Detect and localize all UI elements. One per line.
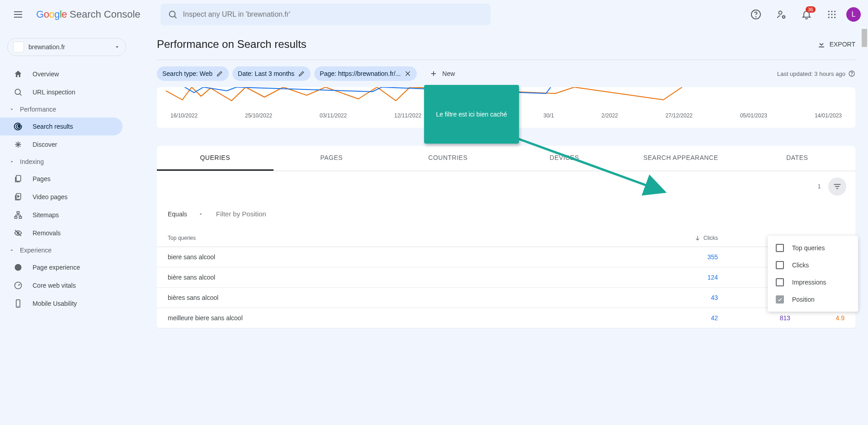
- add-filter-button[interactable]: New: [424, 70, 460, 78]
- table-row[interactable]: biere sans alcool 355: [157, 247, 855, 267]
- property-selector[interactable]: brewnation.fr: [7, 38, 126, 56]
- sidebar-item-overview[interactable]: Overview: [0, 65, 123, 83]
- apps-button[interactable]: [821, 4, 843, 25]
- sidebar-item-mobile-usability[interactable]: Mobile Usability: [0, 294, 123, 313]
- svg-point-13: [831, 14, 832, 15]
- help-button[interactable]: [745, 4, 767, 25]
- hamburger-menu-button[interactable]: [7, 4, 29, 25]
- cell-query: bière sans alcool: [168, 274, 646, 281]
- sidebar-item-label: Discover: [33, 141, 57, 148]
- chevron-down-icon: [198, 211, 203, 217]
- sidebar-item-label: Removals: [33, 229, 61, 237]
- page-title: Performance on Search results: [157, 38, 307, 51]
- popover-item-top-queries[interactable]: Top queries: [768, 239, 858, 257]
- popover-item-impressions[interactable]: Impressions: [768, 274, 858, 291]
- cell-impressions: 813: [718, 314, 790, 322]
- svg-point-7: [779, 11, 782, 14]
- google-g-icon: [14, 122, 23, 131]
- popover-item-clicks[interactable]: Clicks: [768, 257, 858, 274]
- chip-search-type[interactable]: Search type: Web: [157, 66, 229, 81]
- svg-point-31: [15, 264, 22, 271]
- sidebar-item-url-inspection[interactable]: URL inspection: [0, 83, 123, 101]
- checkbox-icon: [776, 261, 784, 269]
- product-logo[interactable]: Google Search Console: [36, 9, 141, 20]
- chevron-down-icon: [9, 107, 14, 112]
- sidebar-item-core-web-vitals[interactable]: Core web vitals: [0, 276, 123, 294]
- sidebar-item-discover[interactable]: Discover: [0, 135, 123, 154]
- svg-point-16: [831, 17, 832, 18]
- sidebar-item-search-results[interactable]: Search results: [0, 117, 123, 135]
- export-button[interactable]: EXPORT: [817, 40, 855, 49]
- table-row[interactable]: bière sans alcool 124 8,283 8.8: [157, 267, 855, 288]
- account-settings-button[interactable]: [770, 4, 792, 25]
- avatar[interactable]: L: [846, 7, 861, 22]
- vertical-scrollbar[interactable]: [862, 29, 868, 425]
- chip-label: Search type: Web: [162, 70, 212, 77]
- svg-point-10: [831, 11, 832, 12]
- svg-point-3: [169, 11, 175, 17]
- filter-operator-select[interactable]: Equals: [168, 210, 203, 218]
- header: Google Search Console 36 L: [0, 0, 868, 29]
- home-icon: [14, 70, 23, 79]
- popover-label: Impressions: [792, 279, 826, 286]
- download-icon: [817, 40, 826, 49]
- svg-point-8: [783, 16, 785, 18]
- chip-page-filter[interactable]: Page: https://brewnation.fr/...: [314, 66, 417, 81]
- col-clicks[interactable]: Clicks: [646, 235, 718, 241]
- sidebar-section-performance[interactable]: Performance: [0, 101, 133, 117]
- svg-rect-26: [17, 212, 19, 214]
- svg-point-9: [828, 11, 830, 12]
- sidebar-section-indexing[interactable]: Indexing: [0, 154, 133, 170]
- chevron-down-icon: [114, 44, 120, 50]
- col-query[interactable]: Top queries: [168, 235, 646, 241]
- phone-icon: [14, 299, 23, 308]
- sidebar-item-label: Mobile Usability: [33, 300, 77, 307]
- table-row[interactable]: meilleure biere sans alcool 42 813 4.9: [157, 308, 855, 328]
- apps-grid-icon: [827, 10, 836, 19]
- popover-label: Clicks: [792, 262, 809, 269]
- dimension-tabs-card: QUERIES PAGES COUNTRIES DEVICES SEARCH A…: [157, 146, 855, 328]
- notification-badge: 36: [806, 6, 816, 13]
- section-label: Indexing: [20, 158, 44, 165]
- google-wordmark: Google: [36, 9, 67, 20]
- svg-point-14: [834, 14, 835, 15]
- cell-clicks: 355: [646, 253, 718, 261]
- eye-off-icon: [14, 229, 23, 238]
- sidebar-item-pages[interactable]: Pages: [0, 170, 123, 188]
- product-name: Search Console: [70, 9, 141, 20]
- tab-search-appearance[interactable]: SEARCH APPEARANCE: [623, 146, 739, 171]
- last-updated: Last updated: 3 hours ago: [777, 70, 855, 77]
- tab-countries[interactable]: COUNTRIES: [390, 146, 506, 171]
- help-icon[interactable]: [848, 70, 855, 77]
- sidebar-item-page-experience[interactable]: Page experience: [0, 258, 123, 276]
- url-inspect-input[interactable]: [183, 10, 483, 19]
- sidebar-item-label: Search results: [33, 123, 73, 130]
- svg-rect-24: [16, 176, 21, 182]
- cell-clicks: 43: [646, 294, 718, 301]
- table-filter-button[interactable]: [828, 177, 846, 196]
- close-icon[interactable]: [404, 70, 411, 77]
- sidebar-item-removals[interactable]: Removals: [0, 224, 123, 242]
- sidebar-item-label: URL inspection: [33, 89, 75, 96]
- tab-pages[interactable]: PAGES: [274, 146, 390, 171]
- tab-devices[interactable]: DEVICES: [506, 146, 623, 171]
- filter-position-input[interactable]: [216, 207, 352, 220]
- chevron-down-icon: [9, 248, 14, 253]
- popover-label: Position: [792, 296, 815, 303]
- svg-line-19: [20, 94, 22, 96]
- popover-item-position[interactable]: Position: [768, 291, 858, 308]
- tab-queries[interactable]: QUERIES: [157, 146, 274, 171]
- svg-rect-27: [15, 216, 17, 218]
- sidebar-item-video-pages[interactable]: Video pages: [0, 188, 123, 206]
- table-row[interactable]: bières sans alcool 43 1,196 6.6: [157, 288, 855, 308]
- video-pages-icon: [14, 192, 23, 201]
- svg-point-15: [828, 17, 830, 18]
- sidebar-section-experience[interactable]: Experience: [0, 242, 133, 258]
- chip-date[interactable]: Date: Last 3 months: [232, 66, 311, 81]
- notifications-button[interactable]: 36: [796, 4, 817, 25]
- svg-rect-28: [19, 216, 22, 218]
- column-filter-popover: Top queries Clicks Impressions Position: [768, 236, 858, 312]
- sidebar-item-sitemaps[interactable]: Sitemaps: [0, 206, 123, 224]
- tab-dates[interactable]: DATES: [739, 146, 856, 171]
- url-inspect-search[interactable]: [160, 4, 491, 25]
